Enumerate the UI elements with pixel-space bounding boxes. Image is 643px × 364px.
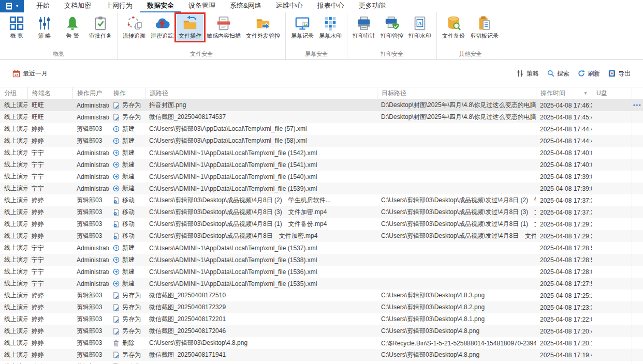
filter-action[interactable]: 搜索: [547, 69, 569, 78]
column-header[interactable]: 源路径: [145, 87, 377, 99]
tab[interactable]: 文档加密: [57, 0, 98, 12]
table-row[interactable]: 线上演示婷婷剪辑部03删除C:\Users\剪辑部03\Desktop\4.8.…: [0, 337, 643, 349]
column-header[interactable]: 分组: [0, 87, 27, 99]
column-header[interactable]: 操作用户: [72, 87, 109, 99]
table-row[interactable]: 线上演示宁宁Administrator新建C:\Users\ADMINI~1\A…: [0, 159, 643, 171]
file-outgoing-icon: [255, 16, 271, 31]
operation-label: 另存为: [122, 351, 141, 359]
table-row[interactable]: 线上演示婷婷剪辑部03另存为微信截图_20250408172329C:\User…: [0, 301, 643, 313]
cell-terminal-name: 宁宁: [27, 183, 72, 194]
column-header[interactable]: U盘: [592, 87, 632, 99]
cell-operating-user: 剪辑部03: [72, 361, 109, 364]
column-header[interactable]: 操作时间▼: [536, 87, 592, 99]
app-menu-button[interactable]: ▾: [0, 0, 24, 12]
table-row[interactable]: 线上演示宁宁Administrator新建C:\Users\ADMINI~1\A…: [0, 171, 643, 183]
cell-operation-time: 2025-04-08 17:28:59: [536, 242, 592, 254]
table-row[interactable]: 线上演示婷婷剪辑部03另存为微信截图_20250408172201C:\User…: [0, 313, 643, 325]
column-header-label: 终端名: [32, 89, 51, 98]
table-row[interactable]: 线上演示宁宁Administrator新建C:\Users\ADMINI~1\A…: [0, 278, 643, 290]
ribbon-button[interactable]: 概 览: [3, 14, 30, 41]
filter-action[interactable]: 策略: [517, 69, 539, 78]
cell-source-path: C:\Users\剪辑部03\Desktop\4.8.png: [145, 337, 377, 349]
file-operations-table: 分组终端名操作用户操作源路径目标路径操作时间▼U盘 线上演示旺旺Administ…: [0, 87, 643, 364]
table-row[interactable]: 线上演示宁宁Administrator新建C:\Users\ADMINI~1\A…: [0, 183, 643, 194]
cell-operating-user: Administrator: [72, 159, 109, 171]
tab[interactable]: 运维中心: [269, 0, 310, 12]
row-actions-ellipsis-icon[interactable]: •••: [633, 103, 642, 108]
cell-group: 线上演示: [0, 206, 27, 218]
sort-caret-icon[interactable]: ▼: [583, 91, 588, 96]
date-range-filter[interactable]: 23 最近一月: [12, 69, 48, 78]
tab[interactable]: 报表中心: [310, 0, 352, 12]
ribbon-button[interactable]: 泄密追踪: [149, 14, 176, 41]
table-row[interactable]: 线上演示婷婷剪辑部03移动C:\Users\剪辑部03\Desktop\成品视频…: [0, 230, 643, 242]
cell-operation: 新建: [109, 254, 145, 266]
table-row[interactable]: 线上演示婷婷剪辑部03另存为微信截图_20250408172510C:\User…: [0, 290, 643, 301]
cell-usb: [592, 159, 632, 171]
cell-gutter: [632, 218, 643, 230]
cell-operation: 另存为: [109, 111, 145, 123]
ribbon-button[interactable]: 打印审计: [350, 14, 377, 41]
ribbon-button[interactable]: 告 警: [59, 14, 86, 41]
cell-usb: [592, 206, 632, 218]
ribbon-button[interactable]: 文件外发管控: [244, 14, 282, 41]
cell-operation-time: 2025-04-08 17:39:03: [536, 171, 592, 183]
ribbon-button[interactable]: 屏幕水印: [317, 14, 344, 41]
column-header[interactable]: 操作: [109, 87, 145, 99]
table-row[interactable]: 线上演示婷婷剪辑部03新建C:\Users\剪辑部03\AppData\Loca…: [0, 123, 643, 135]
operation-label: 新建: [122, 148, 135, 157]
table-row[interactable]: 线上演示婷婷剪辑部03移动C:\Users\剪辑部03\Desktop\成品视频…: [0, 218, 643, 230]
ribbon-button[interactable]: 打印管控: [378, 14, 405, 41]
cell-group: 线上演示: [0, 218, 27, 230]
ribbon-button-label: 敏感内容扫描: [207, 32, 241, 40]
cell-terminal-name: 婷婷: [27, 194, 72, 206]
print-watermark-icon: A: [412, 16, 428, 31]
table-row[interactable]: 线上演示宁宁Administrator新建C:\Users\ADMINI~1\A…: [0, 266, 643, 278]
filter-action[interactable]: 导出: [608, 69, 631, 78]
table-row[interactable]: 线上演示宁宁Administrator新建C:\Users\ADMINI~1\A…: [0, 242, 643, 254]
table-row[interactable]: 线上演示婷婷剪辑部03移动C:\Users\剪辑部03\Desktop\成品视频…: [0, 194, 643, 206]
table-row[interactable]: 线上演示婷婷剪辑部03另存为微信截图_20250408171941C:\User…: [0, 349, 643, 361]
cell-gutter: [632, 290, 643, 301]
svg-text:A: A: [418, 21, 422, 26]
cell-usb: [592, 301, 632, 313]
tab[interactable]: 系统&网络: [223, 0, 269, 12]
policy-sliders-icon: [37, 16, 52, 31]
tab[interactable]: 更多功能: [352, 0, 393, 12]
ribbon-button[interactable]: 策 略: [31, 14, 58, 41]
ribbon-button[interactable]: 剪切板记录: [468, 14, 501, 41]
table-row[interactable]: 线上演示宁宁Administrator新建C:\Users\ADMINI~1\A…: [0, 147, 643, 159]
cell-usb: [592, 242, 632, 254]
cell-terminal-name: 宁宁: [27, 159, 72, 171]
cell-operating-user: 剪辑部03: [72, 194, 109, 206]
table-row[interactable]: 线上演示旺旺Administrator另存为抖音封面.pngD:\Desktop…: [0, 99, 643, 111]
saveas-op-icon: [113, 352, 120, 358]
tab[interactable]: 上网行为: [98, 0, 140, 12]
ribbon-button[interactable]: 文件备份: [440, 14, 467, 41]
table-row[interactable]: 线上演示婷婷剪辑部03另存为微信截图_20250408172046C:\User…: [0, 325, 643, 337]
table-row[interactable]: 线上演示宁宁Administrator新建C:\Users\ADMINI~1\A…: [0, 254, 643, 266]
app-menu-icon: [6, 3, 15, 10]
ribbon-button-label: 文件操作: [179, 32, 201, 40]
cell-operation-time: 2025-04-08 17:40:03: [536, 159, 592, 171]
ribbon-button[interactable]: A打印水印: [406, 14, 433, 41]
table-row[interactable]: 线上演示婷婷剪辑部03新建C:\Users\剪辑部03\AppData\Loca…: [0, 135, 643, 147]
table-row[interactable]: 线上演示旺旺Administrator另存为微信截图_2025040817453…: [0, 111, 643, 123]
column-header[interactable]: 目标路径: [377, 87, 536, 99]
ribbon-button[interactable]: 敏感内容扫描: [204, 14, 243, 41]
ribbon-button[interactable]: 审批任务: [87, 14, 114, 41]
column-header[interactable]: 终端名: [27, 87, 72, 99]
ribbon-button[interactable]: 屏幕记录: [289, 14, 316, 41]
table-row[interactable]: 线上演示婷婷剪辑部03移动C:\Users\剪辑部03\Desktop\成品视频…: [0, 206, 643, 218]
cell-operating-user: Administrator: [72, 111, 109, 123]
table-row[interactable]: 线上演示婷婷剪辑部03另存为: [0, 361, 643, 364]
print-control-icon: [384, 16, 400, 31]
filter-action[interactable]: 刷新: [578, 69, 600, 78]
ribbon-button[interactable]: 文件操作: [177, 14, 203, 41]
cell-operation-time: 2025-04-08 17:40:03: [536, 147, 592, 159]
tab[interactable]: 数据安全: [140, 0, 181, 12]
ribbon-button[interactable]: 流转追溯: [121, 14, 148, 41]
operation-label: 新建: [122, 172, 135, 181]
tab[interactable]: 设备管理: [181, 0, 223, 12]
tab[interactable]: 开始: [29, 0, 57, 12]
